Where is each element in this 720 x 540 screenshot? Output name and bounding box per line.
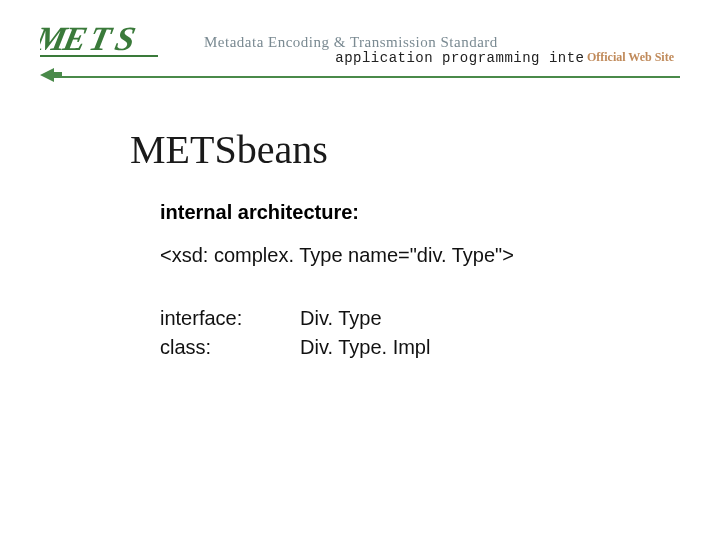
subtitle: internal architecture: xyxy=(160,201,720,224)
page-title: METSbeans xyxy=(130,126,720,173)
divider-line xyxy=(62,76,680,78)
official-site-label: Official Web Site xyxy=(583,50,678,65)
key-value-block: interface: Div. Type class: Div. Type. I… xyxy=(160,307,720,359)
kv-key: class: xyxy=(160,336,300,359)
svg-text:T: T xyxy=(86,20,117,57)
mets-logo: M E T S xyxy=(40,20,190,64)
kv-val: Div. Type. Impl xyxy=(300,336,430,359)
svg-marker-5 xyxy=(40,68,62,82)
content: METSbeans internal architecture: <xsd: c… xyxy=(0,86,720,359)
kv-row: interface: Div. Type xyxy=(160,307,720,330)
header-divider xyxy=(40,68,680,86)
standard-name: Metadata Encoding & Transmission Standar… xyxy=(204,34,498,51)
kv-key: interface: xyxy=(160,307,300,330)
svg-text:S: S xyxy=(112,20,139,57)
arrow-left-icon xyxy=(40,68,62,86)
header: M E T S Metadata Encoding & Transmission… xyxy=(0,0,720,86)
kv-val: Div. Type xyxy=(300,307,382,330)
xsd-line: <xsd: complex. Type name="div. Type"> xyxy=(160,244,720,267)
kv-row: class: Div. Type. Impl xyxy=(160,336,720,359)
